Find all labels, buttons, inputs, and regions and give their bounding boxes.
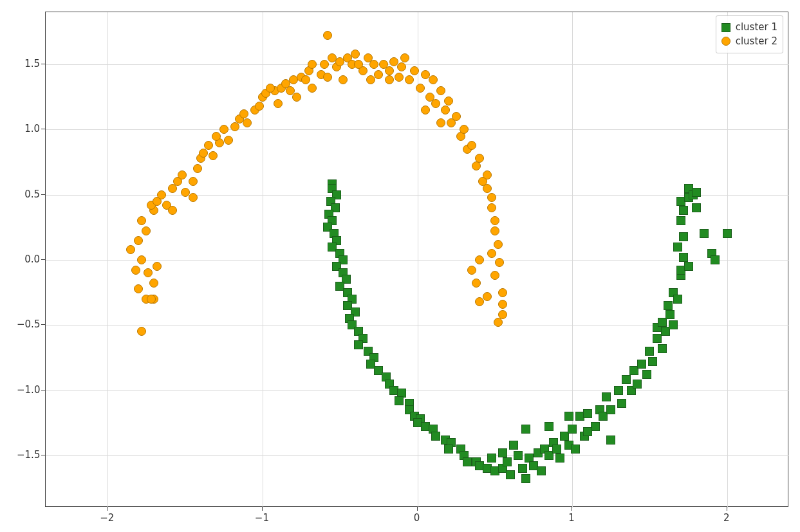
scatter-point-circle (374, 70, 383, 79)
scatter-point-circle (204, 141, 213, 150)
scatter-point-circle (494, 240, 503, 249)
scatter-point-circle (243, 118, 252, 127)
x-tick-label: 2 (723, 512, 730, 524)
scatter-point-square (552, 445, 561, 454)
x-tick-label: 1 (568, 512, 575, 524)
scatter-point-square (642, 370, 651, 379)
scatter-point-circle (157, 190, 166, 199)
scatter-point-circle (149, 279, 158, 288)
x-tick-label: 0 (414, 512, 420, 524)
legend: cluster 1 cluster 2 (716, 15, 783, 53)
y-tick-mark (41, 324, 45, 325)
scatter-point-square (648, 357, 657, 366)
legend-entry-cluster-2: cluster 2 (721, 35, 777, 48)
scatter-point-circle (134, 236, 143, 245)
scatter-point-square (679, 232, 688, 241)
scatter-point-circle (490, 271, 499, 280)
scatter-point-circle (487, 249, 496, 258)
scatter-point-circle (429, 75, 438, 84)
scatter-point-circle (467, 141, 476, 150)
scatter-point-circle (219, 125, 228, 134)
scatter-point-circle (397, 62, 406, 71)
scatter-point-circle (351, 50, 360, 59)
scatter-point-circle (490, 226, 499, 235)
scatter-point-square (537, 466, 546, 475)
scatter-point-circle (189, 193, 198, 202)
scatter-point-square (431, 432, 440, 441)
scatter-point-square (617, 399, 626, 408)
scatter-point-square (723, 229, 732, 238)
y-tick-mark (41, 194, 45, 195)
scatter-point-circle (199, 149, 208, 158)
scatter-point-circle (134, 284, 143, 293)
scatter-point-square (692, 188, 701, 197)
scatter-point-circle (147, 295, 156, 304)
scatter-point-circle (137, 216, 146, 225)
legend-label: cluster 1 (736, 21, 777, 34)
x-tick-label: −2 (100, 512, 114, 524)
scatter-point-circle (266, 84, 275, 93)
grid-line-horizontal (46, 390, 789, 391)
scatter-point-circle (475, 297, 484, 306)
scatter-point-circle (494, 318, 503, 327)
scatter-point-square (622, 375, 631, 384)
y-tick-label: 1.0 (17, 123, 40, 134)
scatter-point-circle (168, 206, 177, 215)
scatter-point-square (679, 206, 688, 215)
scatter-point-circle (137, 327, 146, 336)
scatter-point-circle (339, 75, 348, 84)
scatter-point-circle (153, 262, 162, 271)
y-tick-label: 1.5 (17, 58, 40, 69)
x-tick-label: −1 (255, 512, 269, 524)
scatter-point-circle (308, 84, 317, 93)
scatter-point-square (664, 301, 673, 310)
grid-line-horizontal (46, 260, 789, 261)
scatter-point-square (633, 380, 642, 389)
scatter-point-square (564, 412, 573, 421)
scatter-point-square (665, 310, 674, 319)
scatter-point-circle (472, 161, 481, 170)
scatter-point-circle (366, 75, 375, 84)
scatter-point-square (637, 360, 646, 369)
scatter-point-circle (431, 99, 440, 108)
x-tick-mark (727, 507, 727, 511)
scatter-point-circle (498, 288, 507, 297)
scatter-point-circle (475, 154, 484, 163)
scatter-point-circle (385, 75, 394, 84)
scatter-point-circle (354, 60, 363, 69)
scatter-point-circle (255, 102, 264, 111)
scatter-point-circle (193, 164, 202, 173)
scatter-point-circle (472, 279, 481, 288)
scatter-point-square (606, 436, 615, 445)
y-tick-label: 0.5 (17, 188, 40, 200)
y-tick-mark (41, 390, 45, 390)
scatter-point-square (614, 386, 623, 395)
scatter-point-square (571, 445, 580, 454)
scatter-point-square (487, 454, 496, 463)
y-tick-label: −0.5 (17, 318, 40, 330)
scatter-point-circle (142, 226, 151, 235)
scatter-point-circle (405, 75, 414, 84)
scatter-point-square (583, 409, 592, 418)
scatter-point-circle (308, 60, 317, 69)
scatter-point-square (555, 454, 564, 463)
scatter-figure: cluster 1 cluster 2 −2−1012−1.5−1.0−0.50… (0, 0, 800, 532)
scatter-point-square (354, 340, 363, 349)
scatter-point-square (658, 344, 667, 353)
y-tick-mark (41, 129, 45, 129)
y-tick-label: −1.5 (17, 449, 40, 461)
scatter-point-circle (436, 86, 445, 95)
scatter-point-circle (209, 151, 218, 160)
scatter-point-square (503, 457, 512, 466)
scatter-point-circle (487, 193, 496, 202)
scatter-point-square (521, 425, 530, 434)
scatter-point-square (463, 457, 472, 466)
scatter-point-circle (212, 132, 221, 141)
grid-line-horizontal (46, 129, 789, 130)
scatter-point-circle (498, 300, 507, 309)
legend-swatch-square-icon (721, 23, 730, 32)
scatter-point-circle (224, 136, 233, 145)
scatter-point-square (518, 464, 527, 473)
scatter-point-circle (421, 105, 430, 115)
scatter-point-square (673, 243, 682, 252)
